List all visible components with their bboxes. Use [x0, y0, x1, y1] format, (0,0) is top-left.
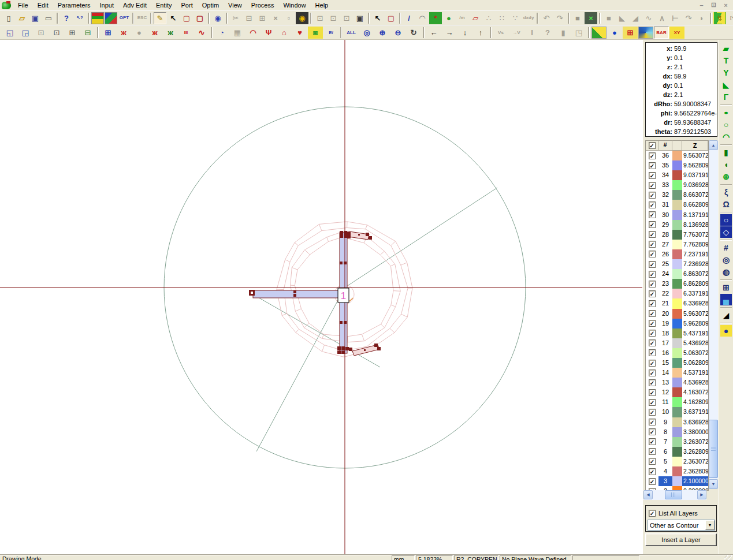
- layer-row-6[interactable]: ✓63.262809: [646, 447, 708, 457]
- layer-color-swatch[interactable]: [672, 368, 682, 378]
- header-checkbox[interactable]: ✓: [649, 142, 656, 149]
- toolbar-icon-bar-display[interactable]: BAR: [654, 27, 669, 39]
- side-icon-polygon-in-box[interactable]: ◇: [720, 226, 732, 238]
- chevron-down-icon[interactable]: ▼: [705, 520, 715, 530]
- toolbar-icon-redraw[interactable]: ↻: [406, 27, 421, 39]
- toolbar-icon-pan-up[interactable]: ↑: [473, 27, 488, 39]
- layer-color-swatch[interactable]: [672, 279, 682, 289]
- layer-color-swatch[interactable]: [672, 387, 682, 397]
- layer-row-22[interactable]: ✓226.337191: [646, 289, 708, 298]
- horizontal-scrollbar-thumb[interactable]: [665, 490, 682, 499]
- toolbar-icon-window-one-light[interactable]: ⊡: [34, 27, 49, 39]
- toolbar-icon-select-arrow[interactable]: ↖: [167, 12, 180, 24]
- toolbar-icon-smith-chart[interactable]: ◔: [214, 27, 229, 39]
- menu-entity[interactable]: Entity: [151, 1, 177, 10]
- layer-color-swatch[interactable]: [672, 210, 682, 220]
- layer-color-swatch[interactable]: [672, 427, 682, 437]
- toolbar-icon-help[interactable]: ?: [60, 12, 73, 24]
- side-icon-wire-cage[interactable]: ⊞: [720, 282, 732, 293]
- layer-row-11[interactable]: ✓114.162809: [646, 397, 708, 407]
- layer-checkbox-12[interactable]: ✓: [649, 389, 656, 396]
- toolbar-icon-ex-plot[interactable]: E/: [323, 27, 338, 39]
- layer-row-12[interactable]: ✓124.163072: [646, 387, 708, 397]
- toolbar-icon-pan-left[interactable]: ←: [426, 27, 441, 39]
- toolbar-icon-pan-right[interactable]: →: [442, 27, 457, 39]
- toolbar-icon-optimization[interactable]: OPT: [118, 12, 131, 24]
- side-icon-square-spiral[interactable]: #: [720, 242, 732, 253]
- layer-color-swatch[interactable]: [672, 249, 682, 259]
- toolbar-icon-zoom-out[interactable]: ⊖: [390, 27, 405, 39]
- toolbar-icon-simulate-run[interactable]: ж: [116, 27, 131, 39]
- side-icon-draw-coil[interactable]: ξ: [720, 186, 732, 198]
- drawing-canvas[interactable]: 1: [0, 40, 642, 554]
- layer-checkbox-3[interactable]: ✓: [649, 478, 656, 485]
- layer-checkbox-28[interactable]: ✓: [649, 231, 656, 238]
- toolbar-icon-sphere-3d[interactable]: ●: [607, 27, 622, 39]
- layer-row-15[interactable]: ✓155.062809: [646, 358, 708, 368]
- toolbar-icon-draw-polygon-outline[interactable]: ▱: [469, 12, 482, 24]
- layer-checkbox-9[interactable]: ✓: [649, 419, 656, 425]
- layer-checkbox-14[interactable]: ✓: [649, 369, 656, 376]
- toolbar-icon-puzzle-pieces[interactable]: [638, 27, 653, 39]
- layer-checkbox-16[interactable]: ✓: [649, 349, 656, 356]
- side-icon-draw-strip[interactable]: ▰: [720, 43, 732, 54]
- toolbar-icon-display-waveform[interactable]: ∿: [194, 27, 209, 39]
- toolbar-icon-windows-one-one[interactable]: ⊞: [65, 27, 80, 39]
- toolbar-icon-context-help[interactable]: ↖?: [73, 12, 86, 24]
- toolbar-icon-screen-capture[interactable]: ◉: [296, 12, 308, 24]
- menu-optim[interactable]: Optim: [198, 1, 224, 10]
- layer-color-swatch[interactable]: [672, 170, 682, 180]
- layer-color-swatch[interactable]: [672, 230, 682, 240]
- layer-row-26[interactable]: ✓267.237191: [646, 249, 708, 259]
- layer-color-swatch[interactable]: [672, 298, 682, 308]
- layer-row-7[interactable]: ✓73.263072: [646, 437, 708, 447]
- layer-checkbox-13[interactable]: ✓: [649, 379, 656, 386]
- layer-row-24[interactable]: ✓246.863072: [646, 269, 708, 279]
- layer-row-32[interactable]: ✓328.663072: [646, 190, 708, 200]
- layer-checkbox-23[interactable]: ✓: [649, 281, 656, 288]
- layer-row-30[interactable]: ✓308.137191: [646, 210, 708, 220]
- minimize-button[interactable]: –: [697, 1, 706, 9]
- layer-checkbox-24[interactable]: ✓: [649, 271, 656, 278]
- layer-row-27[interactable]: ✓277.762809: [646, 240, 708, 249]
- layer-checkbox-32[interactable]: ✓: [649, 192, 656, 199]
- toolbar-icon-view-toggle[interactable]: ◉: [211, 12, 224, 24]
- layer-color-swatch[interactable]: [672, 358, 682, 368]
- toolbar-icon-rainbow-display[interactable]: ◠: [245, 27, 261, 39]
- layer-checkbox-26[interactable]: ✓: [649, 251, 656, 257]
- toolbar-icon-draw-line[interactable]: /: [403, 12, 415, 24]
- layer-color-swatch[interactable]: [672, 397, 682, 407]
- layer-color-swatch[interactable]: [672, 437, 682, 447]
- side-icon-draw-ellipse[interactable]: ●: [720, 109, 732, 116]
- toolbar-icon-fill-block[interactable]: ■: [571, 12, 584, 24]
- toolbar-icon-meshing-params[interactable]: III: [178, 27, 194, 39]
- toolbar-icon-window-info[interactable]: ◲: [18, 27, 33, 39]
- layer-checkbox-7[interactable]: ✓: [649, 438, 656, 445]
- layer-color-swatch[interactable]: [672, 289, 682, 298]
- layer-row-35[interactable]: ✓359.562809: [646, 160, 708, 170]
- scroll-right-button[interactable]: ▶: [697, 490, 706, 499]
- list-all-layers-row[interactable]: ✓ List All Layers: [646, 506, 716, 518]
- layer-color-swatch[interactable]: [672, 200, 682, 210]
- close-button[interactable]: ×: [721, 1, 731, 9]
- menu-file[interactable]: File: [13, 1, 33, 10]
- side-icon-draw-bulb-spiral[interactable]: Ω: [720, 199, 732, 210]
- layer-row-17[interactable]: ✓175.436928: [646, 338, 708, 348]
- side-icon-draw-cylinder[interactable]: ▮: [720, 147, 732, 158]
- layer-color-swatch[interactable]: [672, 160, 682, 170]
- layer-checkbox-4[interactable]: ✓: [649, 468, 656, 475]
- side-icon-draw-ring[interactable]: ○: [720, 119, 732, 130]
- side-icon-ball-plot[interactable]: ●: [720, 325, 732, 337]
- layer-row-9[interactable]: ✓93.636928: [646, 417, 708, 427]
- toolbar-icon-select-polygon[interactable]: ▢: [194, 12, 206, 24]
- layer-color-swatch[interactable]: [672, 476, 682, 486]
- restore-button[interactable]: ⊡: [709, 1, 719, 9]
- toolbar-icon-draw-rectangle[interactable]: *: [429, 12, 442, 24]
- side-icon-draw-elbow-pipe[interactable]: ◖: [720, 159, 732, 170]
- layer-checkbox-8[interactable]: ✓: [649, 428, 656, 435]
- layer-row-8[interactable]: ✓83.380000: [646, 427, 708, 437]
- side-icon-draw-wye[interactable]: Y: [720, 67, 732, 79]
- toolbar-icon-select-rectangle[interactable]: ▢: [180, 12, 193, 24]
- scroll-left-button[interactable]: ◀: [643, 490, 653, 499]
- toolbar-icon-pattern-house[interactable]: ⌂: [277, 27, 292, 39]
